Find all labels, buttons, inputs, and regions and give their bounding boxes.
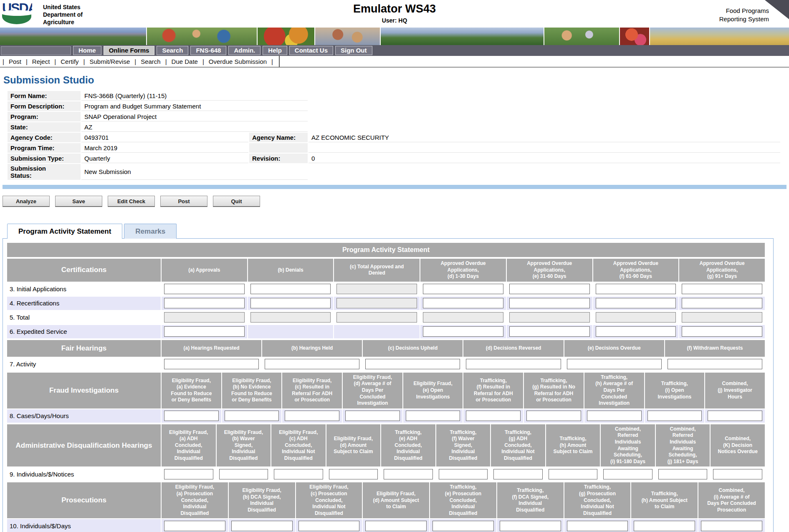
input-cases-days-hours-d[interactable] bbox=[345, 411, 400, 421]
input-individuals-days-g[interactable] bbox=[567, 521, 628, 531]
nav-fns-648[interactable]: FNS-648 bbox=[190, 46, 226, 55]
input-expedited-service-d[interactable] bbox=[423, 326, 503, 337]
input-initial-applications-b[interactable] bbox=[250, 284, 331, 294]
input-recertifications-b[interactable] bbox=[250, 298, 331, 308]
input-individuals-days-b[interactable] bbox=[231, 521, 293, 531]
input-initial-applications-a[interactable] bbox=[164, 284, 245, 294]
tab-bar: Program Activity StatementRemarks bbox=[7, 224, 789, 239]
tab-panel: Program Activity Statement Certification… bbox=[3, 238, 774, 532]
input-activity-b[interactable] bbox=[265, 359, 359, 369]
input-individuals-notices-b[interactable] bbox=[219, 469, 268, 479]
input-expedited-service-a[interactable] bbox=[164, 326, 245, 337]
input-cases-days-hours-a[interactable] bbox=[164, 411, 219, 421]
input-individuals-days-d[interactable] bbox=[365, 521, 427, 531]
submenu-post[interactable]: Post bbox=[9, 58, 21, 65]
input-individuals-days-a[interactable] bbox=[164, 521, 225, 531]
cell bbox=[564, 519, 631, 532]
nav-help[interactable]: Help bbox=[263, 46, 287, 55]
nav-contact-us[interactable]: Contact Us bbox=[289, 46, 333, 55]
input-cases-days-hours-i[interactable] bbox=[647, 411, 702, 421]
submenu-reject[interactable]: Reject bbox=[32, 58, 50, 65]
input-cases-days-hours-c[interactable] bbox=[285, 411, 339, 421]
input-individuals-notices-d[interactable] bbox=[329, 469, 378, 479]
input-recertifications-d[interactable] bbox=[423, 298, 503, 308]
input-initial-applications-f[interactable] bbox=[596, 284, 676, 294]
submenu-search[interactable]: Search bbox=[141, 58, 161, 65]
cell bbox=[679, 297, 765, 310]
input-individuals-notices-j[interactable] bbox=[658, 469, 708, 479]
submenu-certify[interactable]: Certify bbox=[61, 58, 78, 65]
submenu-overdue-submission[interactable]: Overdue Submission bbox=[209, 58, 267, 65]
cell bbox=[334, 311, 420, 324]
quit-button[interactable]: Quit bbox=[213, 196, 260, 207]
input-individuals-notices-a[interactable] bbox=[164, 469, 213, 479]
detail-row: Form Description:Program and Budget Summ… bbox=[8, 101, 780, 111]
input-activity-d[interactable] bbox=[466, 359, 561, 369]
input-expedited-service-f[interactable] bbox=[596, 326, 676, 337]
input-individuals-days-h[interactable] bbox=[634, 521, 695, 531]
input-recertifications-e[interactable] bbox=[509, 298, 590, 308]
input-individuals-notices-e[interactable] bbox=[384, 469, 433, 479]
input-cases-days-hours-j[interactable] bbox=[708, 411, 762, 421]
save-button[interactable]: Save bbox=[55, 196, 102, 207]
input-individuals-notices-k[interactable] bbox=[713, 469, 762, 479]
cell bbox=[584, 409, 644, 423]
separator: | bbox=[202, 58, 204, 65]
activity-table-title: Program Activity Statement bbox=[7, 243, 765, 257]
input-cases-days-hours-f[interactable] bbox=[466, 411, 521, 421]
input-individuals-notices-f[interactable] bbox=[439, 469, 488, 479]
input-individuals-days-i[interactable] bbox=[701, 521, 762, 531]
column-header: Combined, (j) Investigator Hours bbox=[705, 373, 765, 408]
nav-search[interactable]: Search bbox=[157, 46, 188, 55]
tab-remarks[interactable]: Remarks bbox=[124, 224, 177, 239]
input-activity-e[interactable] bbox=[567, 359, 662, 369]
details-table-body: Form Name:FNS-366B (Quarterly) (11-15)Fo… bbox=[8, 91, 780, 180]
input-cases-days-hours-e[interactable] bbox=[406, 411, 460, 421]
submenu-due-date[interactable]: Due Date bbox=[172, 58, 198, 65]
column-header: (b) Denials bbox=[248, 259, 334, 282]
column-header: Combined, Referred Individuals Awaiting … bbox=[656, 424, 710, 467]
nav-admin[interactable]: Admin. bbox=[228, 46, 260, 55]
input-individuals-notices-g[interactable] bbox=[493, 469, 543, 479]
cell bbox=[430, 519, 496, 532]
detail-value: Program and Budget Summary Statement bbox=[81, 101, 308, 111]
input-recertifications-a[interactable] bbox=[164, 298, 245, 308]
separator: | bbox=[271, 58, 273, 65]
input-expedited-service-g[interactable] bbox=[682, 326, 762, 337]
input-cases-days-hours-h[interactable] bbox=[587, 411, 642, 421]
section-table-administrative-disqualification-hearings: Administrative Disqualification Hearings… bbox=[6, 424, 766, 482]
input-initial-applications-d[interactable] bbox=[423, 284, 503, 294]
input-expedited-service-e[interactable] bbox=[509, 326, 590, 337]
input-individuals-days-c[interactable] bbox=[298, 521, 360, 531]
nav-online-forms[interactable]: Online Forms bbox=[104, 46, 155, 55]
input-individuals-notices-c[interactable] bbox=[274, 469, 323, 479]
input-total-a bbox=[164, 312, 245, 323]
input-cases-days-hours-b[interactable] bbox=[225, 411, 279, 421]
input-initial-applications-g[interactable] bbox=[682, 284, 762, 294]
submenu-submit-revise[interactable]: Submit/Revise bbox=[90, 58, 130, 65]
analyze-button[interactable]: Analyze bbox=[3, 196, 50, 207]
input-activity-c[interactable] bbox=[365, 359, 460, 369]
input-individuals-days-e[interactable] bbox=[432, 521, 494, 531]
input-total-b bbox=[250, 312, 331, 323]
nav-home[interactable]: Home bbox=[73, 46, 101, 55]
input-individuals-notices-i[interactable] bbox=[603, 469, 652, 479]
input-cases-days-hours-g[interactable] bbox=[526, 411, 581, 421]
input-recertifications-g[interactable] bbox=[682, 298, 762, 308]
input-individuals-notices-h[interactable] bbox=[549, 469, 598, 479]
activity-tables: Certifications(a) Approvals(b) Denials(c… bbox=[6, 258, 773, 532]
tab-program-activity-statement[interactable]: Program Activity Statement bbox=[7, 224, 122, 239]
input-activity-f[interactable] bbox=[668, 359, 762, 369]
edit-check-button[interactable]: Edit Check bbox=[108, 196, 155, 207]
cell bbox=[679, 311, 765, 324]
input-activity-a[interactable] bbox=[164, 359, 259, 369]
input-initial-applications-e[interactable] bbox=[509, 284, 590, 294]
section-header: Certifications bbox=[7, 259, 161, 282]
input-recertifications-c bbox=[336, 298, 417, 308]
input-individuals-days-f[interactable] bbox=[500, 521, 561, 531]
section-header-row: Fair Hearings(a) Hearings Requested(b) H… bbox=[7, 340, 765, 357]
input-recertifications-f[interactable] bbox=[596, 298, 676, 308]
nav-sign-out[interactable]: Sign Out bbox=[335, 46, 372, 55]
post-button[interactable]: Post bbox=[160, 196, 207, 207]
detail-label: Program Time: bbox=[8, 143, 81, 153]
